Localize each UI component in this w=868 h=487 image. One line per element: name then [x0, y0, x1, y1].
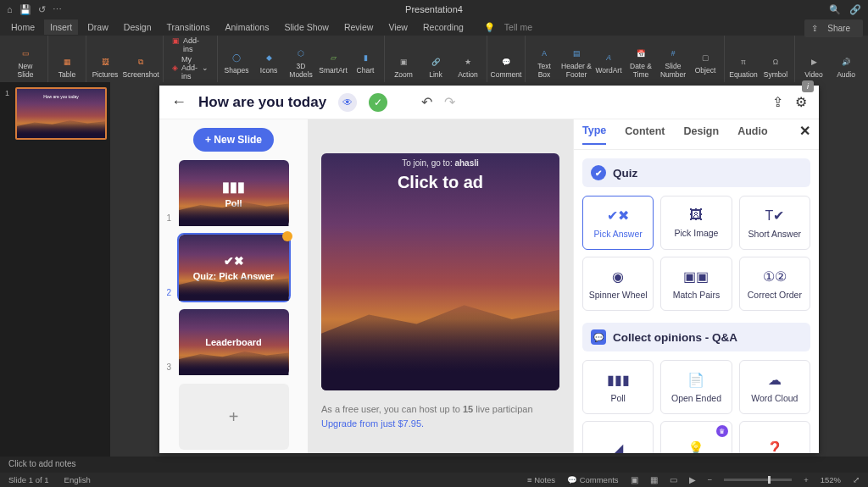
panel-tab-type[interactable]: Type	[582, 125, 606, 145]
zoom-out-icon[interactable]: −	[708, 475, 713, 484]
addin-slide-label: Leaderboard	[205, 337, 262, 347]
shapes-button[interactable]: ◯Shapes	[221, 45, 252, 80]
new-slide-addin-button[interactable]: + New Slide	[193, 128, 274, 152]
tab-draw[interactable]: Draw	[81, 19, 114, 35]
zoom-button[interactable]: ▣Zoom	[388, 53, 419, 80]
search-icon[interactable]: 🔍	[829, 4, 841, 15]
action-button[interactable]: ★Action	[453, 53, 483, 80]
view-slideshow-icon[interactable]: ▶	[689, 475, 696, 484]
card-extra-2[interactable]: ♛💡	[660, 421, 732, 453]
section-collect: 💬Collect opinions - Q&A	[582, 323, 810, 351]
smartart-button[interactable]: ▱SmartArt	[318, 45, 348, 80]
addin-slide-3[interactable]: Leaderboard 3	[179, 309, 289, 375]
card-extra-3[interactable]: ❓	[739, 421, 810, 453]
preview-icon[interactable]: 👁	[338, 93, 357, 112]
tab-home[interactable]: Home	[5, 19, 41, 35]
more-icon[interactable]: ⋯	[53, 4, 62, 15]
back-icon[interactable]: ←	[171, 93, 186, 111]
pictures-button[interactable]: 🖼Pictures	[90, 53, 120, 80]
3d-models-button[interactable]: ⬡3D Models	[286, 45, 316, 80]
thumb-number: 1	[5, 89, 9, 97]
screenshot-button[interactable]: ⧉Screenshot	[122, 53, 159, 80]
close-icon[interactable]: ✕	[799, 123, 810, 146]
check-icon[interactable]: ✓	[369, 93, 387, 112]
card-short-answer[interactable]: T✔Short Answer	[739, 196, 810, 250]
undo-addin-icon[interactable]: ↶	[421, 94, 432, 110]
video-button[interactable]: ▶Video	[798, 53, 829, 80]
tell-me[interactable]: 💡 Tell me	[478, 17, 544, 37]
language-indicator[interactable]: English	[64, 475, 91, 484]
my-addins-button[interactable]: ◈My Add-ins ⌄	[172, 55, 209, 80]
tab-transitions[interactable]: Transitions	[160, 19, 215, 35]
new-slide-button[interactable]: ▭New Slide	[7, 45, 44, 80]
table-button[interactable]: ▦Table	[52, 53, 82, 80]
addin-slide-1[interactable]: ▮▮▮ Poll 1	[179, 160, 289, 226]
link-button[interactable]: 🔗Link	[420, 53, 451, 80]
notes-toggle[interactable]: ≡ Notes	[527, 475, 555, 484]
icons-button[interactable]: ◆Icons	[253, 45, 284, 80]
tab-slideshow[interactable]: Slide Show	[278, 19, 335, 35]
view-reading-icon[interactable]: ▭	[670, 475, 677, 484]
save-icon[interactable]: 💾	[19, 4, 31, 15]
zoom-slider[interactable]	[724, 479, 792, 481]
notes-pane[interactable]: Click to add notes	[0, 457, 868, 473]
upgrade-link[interactable]: Upgrade from just $7.95.	[321, 418, 424, 429]
tab-recording[interactable]: Recording	[417, 19, 470, 35]
slide-thumbnail-1[interactable]: How are you today	[15, 87, 107, 140]
gear-icon[interactable]: ⚙	[795, 94, 807, 110]
slide-headline[interactable]: Click to ad	[398, 173, 483, 192]
card-pick-answer[interactable]: ✔✖Pick Answer	[582, 196, 654, 250]
link-icon[interactable]: 🔗	[849, 4, 861, 15]
share-button[interactable]: ⇪ Share	[804, 19, 863, 37]
card-word-cloud[interactable]: ☁Word Cloud	[739, 360, 810, 414]
document-title: Presentation4	[405, 4, 463, 14]
view-sorter-icon[interactable]: ▦	[650, 475, 658, 484]
card-poll[interactable]: ▮▮▮Poll	[582, 360, 654, 414]
card-correct-order[interactable]: ①②Correct Order	[739, 257, 810, 311]
view-normal-icon[interactable]: ▣	[631, 475, 638, 484]
date-time-button[interactable]: 📅Date & Time	[626, 45, 656, 80]
addin-panel: i ← How are you today 👁 ✓ ↶ ↷ ⇪ ⚙ + New …	[159, 86, 819, 453]
tab-insert[interactable]: Insert	[44, 19, 78, 35]
panel-tab-design[interactable]: Design	[683, 125, 719, 144]
export-icon[interactable]: ⇪	[772, 94, 783, 110]
zoom-in-icon[interactable]: +	[804, 475, 809, 484]
title-bar: ⌂ 💾 ↺ ⋯ Presentation4 🔍 🔗	[0, 0, 868, 19]
audio-button[interactable]: 🔊Audio	[831, 53, 861, 80]
textbox-button[interactable]: AText Box	[529, 45, 559, 80]
card-spinner-wheel[interactable]: ◉Spinner Wheel	[582, 257, 654, 311]
tab-design[interactable]: Design	[118, 19, 158, 35]
panel-tabs: Type Content Design Audio ✕	[574, 119, 819, 150]
comments-toggle[interactable]: 💬 Comments	[567, 475, 619, 484]
tab-view[interactable]: View	[382, 19, 414, 35]
add-slide-button[interactable]: +	[179, 384, 289, 450]
chart-button[interactable]: ▮Chart	[350, 45, 381, 80]
free-user-note: As a free user, you can host up to 15 li…	[321, 402, 533, 430]
slide-number-button[interactable]: #Slide Number	[658, 45, 688, 80]
redo-addin-icon[interactable]: ↷	[444, 94, 455, 110]
addin-slide-label: Quiz: Pick Answer	[193, 271, 275, 281]
panel-tab-audio[interactable]: Audio	[737, 125, 767, 144]
card-extra-1[interactable]: ◢	[582, 421, 654, 453]
comment-button[interactable]: 💬Comment	[491, 53, 521, 80]
card-match-pairs[interactable]: ▣▣Match Pairs	[660, 257, 732, 311]
wordart-button[interactable]: AWordArt	[593, 45, 624, 80]
object-button[interactable]: ▢Object	[690, 45, 721, 80]
card-open-ended[interactable]: 📄Open Ended	[660, 360, 732, 414]
fit-icon[interactable]: ⤢	[853, 475, 860, 484]
tab-animations[interactable]: Animations	[219, 19, 275, 35]
tab-review[interactable]: Review	[338, 19, 379, 35]
equation-button[interactable]: πEquation	[728, 53, 759, 80]
undo-icon[interactable]: ↺	[38, 4, 46, 15]
addin-slide-2[interactable]: ✔✖ Quiz: Pick Answer 2	[179, 235, 289, 301]
zoom-level[interactable]: 152%	[821, 475, 841, 484]
panel-tab-content[interactable]: Content	[625, 125, 665, 144]
header-footer-button[interactable]: ▤Header & Footer	[561, 45, 592, 80]
preview-slide[interactable]: To join, go to: ahasli Click to ad	[321, 153, 559, 390]
home-icon[interactable]: ⌂	[7, 4, 13, 15]
addin-slide-list: + New Slide ▮▮▮ Poll 1 ✔✖ Quiz: Pick Ans…	[159, 119, 308, 453]
thumbnail-panel: 1 How are you today	[0, 82, 110, 457]
card-pick-image[interactable]: 🖼Pick Image	[660, 196, 732, 250]
type-panel: Type Content Design Audio ✕ ✔Quiz ✔✖Pick…	[573, 119, 819, 453]
symbol-button[interactable]: ΩSymbol	[760, 53, 791, 80]
